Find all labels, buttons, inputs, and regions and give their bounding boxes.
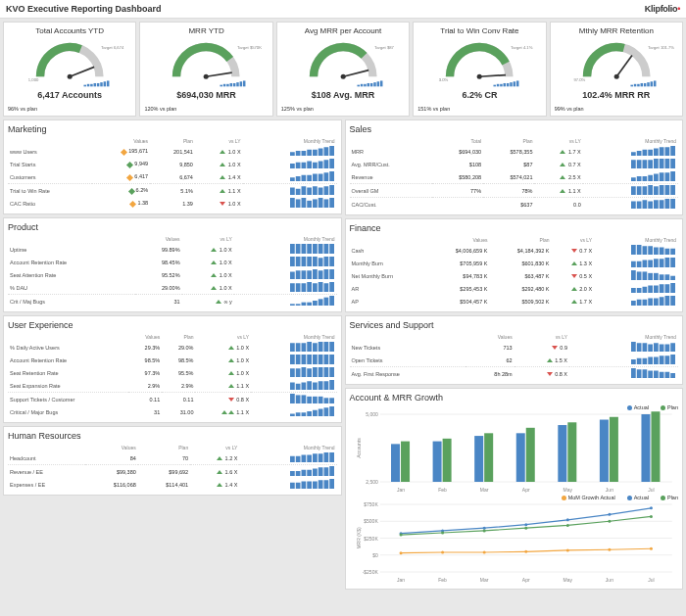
table-row: CAC/Cust.$6370.0	[350, 198, 679, 212]
svg-rect-38	[494, 85, 497, 87]
marketing-section: Marketing ValuesPlanvs LYMonthly Trendww…	[3, 119, 342, 214]
svg-rect-288	[665, 296, 670, 306]
svg-rect-18	[230, 83, 233, 86]
svg-rect-58	[290, 152, 295, 156]
svg-rect-154	[290, 368, 295, 377]
svg-text:Jan: Jan	[397, 487, 405, 493]
table-row: Cash$4,006,659 K$4,184,392 K 0.7 X	[350, 244, 679, 257]
svg-rect-73	[329, 159, 334, 168]
svg-rect-320	[401, 442, 410, 482]
svg-point-354	[524, 523, 527, 526]
svg-rect-145	[329, 342, 334, 352]
svg-rect-260	[643, 261, 648, 268]
svg-rect-335	[609, 417, 617, 482]
svg-rect-162	[290, 383, 295, 391]
svg-rect-193	[329, 452, 334, 462]
svg-rect-223	[660, 159, 664, 168]
svg-rect-212	[643, 150, 648, 156]
section-title: Product	[8, 222, 337, 232]
svg-text:May: May	[563, 487, 572, 493]
svg-rect-20	[237, 82, 240, 86]
svg-rect-57	[654, 80, 657, 86]
sparkline-icon	[290, 466, 335, 476]
svg-rect-103	[318, 244, 322, 254]
svg-rect-101	[307, 244, 312, 254]
gauge-icon: Target 101.7% 97.0%	[555, 37, 678, 88]
svg-rect-289	[670, 296, 675, 306]
svg-rect-292	[643, 343, 648, 352]
svg-point-361	[524, 527, 527, 530]
table-row: Seat Expansion Rate2.9%2.9% 1.1 X	[8, 379, 337, 393]
vs-plan: 96% vs plan	[8, 106, 37, 112]
svg-rect-80	[323, 172, 328, 181]
svg-rect-105	[329, 244, 334, 254]
svg-text:Target 4.1%: Target 4.1%	[511, 45, 533, 50]
svg-rect-267	[637, 271, 642, 280]
svg-rect-325	[474, 436, 483, 482]
svg-rect-229	[648, 175, 653, 181]
gauge-title: MRR YTD	[144, 26, 268, 35]
svg-rect-200	[323, 467, 328, 476]
svg-rect-294	[654, 343, 659, 352]
svg-rect-302	[654, 357, 659, 365]
svg-rect-141	[307, 342, 312, 352]
svg-rect-171	[295, 395, 300, 403]
svg-rect-158	[313, 367, 318, 377]
svg-text:Jan: Jan	[397, 577, 405, 583]
svg-rect-273	[670, 276, 675, 280]
svg-rect-118	[313, 269, 318, 279]
svg-rect-263	[660, 259, 664, 267]
svg-point-370	[608, 548, 611, 551]
svg-rect-278	[654, 286, 659, 294]
svg-rect-165	[307, 381, 312, 390]
svg-rect-190	[313, 453, 318, 462]
table-row: Trial Starts9,9499,850 1.0 X	[8, 158, 337, 170]
svg-rect-63	[318, 149, 322, 157]
svg-rect-299	[637, 358, 642, 364]
svg-rect-255	[660, 248, 664, 256]
svg-rect-77	[307, 175, 312, 181]
gauge-title: Mthly MRR Retention	[555, 26, 678, 35]
svg-text:5,000: 5,000	[366, 411, 378, 417]
services-section: Services and Support Valuesvs LYMonthly …	[345, 315, 684, 385]
svg-line-23	[343, 71, 368, 77]
svg-rect-218	[631, 160, 636, 168]
svg-rect-234	[631, 186, 636, 195]
svg-rect-192	[323, 452, 328, 462]
svg-rect-82	[290, 188, 295, 196]
svg-rect-228	[643, 176, 648, 181]
svg-point-47	[613, 74, 618, 79]
svg-rect-311	[660, 372, 664, 378]
sparkline-icon	[631, 258, 676, 267]
svg-rect-52	[637, 84, 640, 87]
svg-rect-66	[290, 164, 295, 168]
gauge-title: Avg MRR per Account	[281, 26, 405, 35]
svg-rect-225	[670, 159, 675, 168]
svg-text:Jul: Jul	[648, 577, 654, 583]
svg-rect-125	[307, 282, 312, 292]
svg-point-353	[482, 527, 485, 530]
sparkline-icon	[290, 185, 335, 195]
svg-rect-303	[660, 355, 664, 364]
header: KVO Executive Reporting Dashboard Klipfo…	[0, 0, 686, 19]
svg-rect-113	[329, 257, 334, 266]
svg-rect-275	[637, 288, 642, 293]
svg-text:-$250K: -$250K	[362, 569, 378, 575]
svg-rect-159	[318, 367, 322, 377]
svg-rect-297	[670, 343, 675, 352]
section-title: Sales	[350, 124, 679, 134]
product-section: Product Valuesvs LYMonthly TrendUptime99…	[3, 217, 342, 312]
svg-rect-106	[290, 257, 295, 266]
svg-rect-201	[329, 466, 334, 476]
svg-rect-129	[329, 282, 334, 292]
svg-rect-253	[648, 246, 653, 255]
gauge-icon: Target 4.1% 3.0%	[417, 37, 541, 88]
svg-rect-134	[313, 301, 318, 306]
gauge-value: 6,417 Accounts	[8, 90, 131, 100]
sparkline-icon	[290, 452, 335, 462]
svg-rect-186	[290, 456, 295, 462]
svg-rect-78	[313, 174, 318, 182]
svg-text:2,500: 2,500	[366, 479, 378, 485]
svg-point-358	[399, 534, 402, 537]
svg-rect-197	[307, 470, 312, 476]
